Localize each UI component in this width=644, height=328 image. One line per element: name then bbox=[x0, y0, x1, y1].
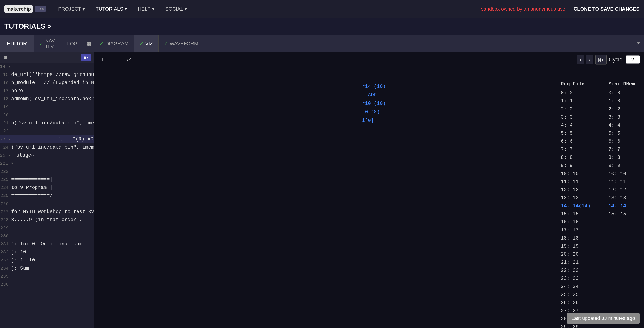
reg-file-row: 3: 3 bbox=[561, 113, 590, 121]
expand-button[interactable]: ⤢ bbox=[124, 55, 134, 64]
prev-cycle-button[interactable]: ‹ bbox=[577, 55, 584, 64]
line-content: ): Sum bbox=[11, 264, 94, 273]
line-number: 223 bbox=[0, 176, 11, 184]
mini-dmem-row: 9: 9 bbox=[608, 162, 635, 170]
mem-tables: Reg File0: 01: 12: 23: 34: 45: 56: 67: 7… bbox=[561, 80, 635, 328]
line-number: 229 bbox=[0, 224, 11, 232]
maximize-icon[interactable]: ⊡ bbox=[633, 40, 644, 47]
line-number: 222 bbox=[0, 168, 11, 176]
line-number: 224 bbox=[0, 184, 11, 192]
nav-items: PROJECT ▾ TUTORIALS ▾ HELP ▾ SOCIAL ▾ bbox=[53, 0, 192, 18]
code-line: 18admemh("sv_url_inc/data.hex", bbox=[0, 95, 94, 103]
code-line: 232): 10 bbox=[0, 248, 94, 256]
cycle-controls: ‹ › ⏮ Cycle: bbox=[577, 55, 640, 64]
reg-file-row: 15: 15 bbox=[561, 210, 590, 218]
split-icon[interactable]: ▦ bbox=[83, 40, 94, 47]
help-menu[interactable]: HELP ▾ bbox=[132, 0, 160, 18]
code-line: 233): 1..10 bbox=[0, 256, 94, 264]
toolbar-btn-1[interactable]: ⊞ bbox=[2, 54, 8, 61]
right-tab-area: ✓ DIAGRAM ✓ VIZ ✓ WAVEFORM ⊡ bbox=[94, 35, 644, 52]
code-line: 229 bbox=[0, 224, 94, 232]
code-line: 227for MYTH Workshop to test RV32I bbox=[0, 208, 94, 216]
mini-dmem-column: Mini DMem0: 01: 02: 23: 34: 45: 56: 67: … bbox=[608, 80, 635, 328]
viz-diagram-line: r0 (0) bbox=[362, 108, 386, 116]
zoom-out-button[interactable]: − bbox=[112, 55, 120, 64]
reg-file-row: 23: 23 bbox=[561, 275, 590, 283]
line-content: admemh("sv_url_inc/data.hex", bbox=[11, 95, 94, 103]
viz-diagram-line: = ADD bbox=[362, 91, 386, 99]
viz-toolbar: + − ⤢ ‹ › ⏮ Cycle: bbox=[94, 52, 644, 67]
log-tab[interactable]: LOG bbox=[62, 35, 83, 52]
logo-area: makerchip beta bbox=[4, 5, 46, 13]
code-line: 21b("sv_url_inc/data.bin", imemory.m bbox=[0, 119, 94, 127]
code-line: 230 bbox=[0, 232, 94, 240]
reg-file-row: 6: 6 bbox=[561, 138, 590, 146]
viz-area: r14 (10)= ADD r10 (10) r0 (0) i[0] Reg F… bbox=[94, 67, 644, 328]
zoom-in-button[interactable]: + bbox=[99, 55, 107, 64]
nav-right: sandbox owned by an anonymous user CLONE… bbox=[481, 6, 640, 12]
diagram-tab[interactable]: ✓ DIAGRAM bbox=[94, 35, 134, 52]
tutorials-breadcrumb[interactable]: TUTORIALS > bbox=[4, 22, 52, 30]
line-content: 3,...,9 (in that order). bbox=[11, 216, 94, 224]
line-number: 23 ▸ bbox=[0, 135, 14, 143]
line-number: 17 bbox=[0, 87, 11, 95]
code-line: 25 ▸_stage↔ bbox=[0, 151, 94, 160]
line-number: 21 bbox=[0, 119, 11, 127]
reg-file-row: 9: 9 bbox=[561, 162, 590, 170]
code-area[interactable]: 14 ▾15de_url(['https://raw.githubu16p_mo… bbox=[0, 63, 94, 328]
mini-dmem-header: Mini DMem bbox=[608, 80, 635, 88]
line-number: 227 bbox=[0, 208, 11, 216]
line-number: 236 bbox=[0, 281, 11, 289]
reg-file-row: 29: 29 bbox=[561, 323, 590, 328]
code-line: 20 bbox=[0, 111, 94, 119]
clone-button[interactable]: CLONE TO SAVE CHANGES bbox=[574, 6, 640, 12]
first-cycle-button[interactable]: ⏮ bbox=[595, 55, 606, 64]
tutorials-menu[interactable]: TUTORIALS ▾ bbox=[90, 0, 132, 18]
line-content: =============| bbox=[11, 176, 94, 184]
reg-file-row: 22: 22 bbox=[561, 267, 590, 275]
next-cycle-button[interactable]: › bbox=[586, 55, 593, 64]
viz-diagram-line: r10 (10) bbox=[362, 99, 386, 108]
logo[interactable]: makerchip bbox=[4, 5, 33, 13]
line-content: _stage↔ bbox=[14, 151, 94, 160]
social-menu[interactable]: SOCIAL ▾ bbox=[160, 0, 192, 18]
code-line: 22 bbox=[0, 127, 94, 135]
line-number: 228 bbox=[0, 216, 11, 224]
reg-file-row: 19: 19 bbox=[561, 242, 590, 251]
reg-file-row: 25: 25 bbox=[561, 291, 590, 299]
reg-file-row: 11: 11 bbox=[561, 178, 590, 186]
reg-file-row: 20: 20 bbox=[561, 251, 590, 259]
editor-tab-area: EDITOR ✓ NAV-TLV LOG ▦ bbox=[0, 35, 94, 52]
project-menu[interactable]: PROJECT ▾ bbox=[53, 0, 90, 18]
mini-dmem-row: 4: 4 bbox=[608, 121, 635, 129]
waveform-tab[interactable]: ✓ WAVEFORM bbox=[158, 35, 204, 52]
cycle-label: Cycle: bbox=[609, 56, 624, 63]
line-number: 225 bbox=[0, 192, 11, 200]
reg-file-row: 14: 14(14) bbox=[561, 202, 590, 210]
viz-check: ✓ bbox=[140, 41, 144, 47]
line-content: ("sv_url_inc/data.bin", imemory.me bbox=[11, 143, 94, 151]
editor-tab[interactable]: EDITOR bbox=[0, 35, 34, 52]
cycle-input[interactable] bbox=[626, 55, 640, 64]
sandbox-text: sandbox owned by an anonymous user bbox=[481, 6, 567, 12]
reg-file-row: 24: 24 bbox=[561, 283, 590, 291]
code-line: 235 bbox=[0, 273, 94, 281]
right-panel: + − ⤢ ‹ › ⏮ Cycle: r14 (10)= ADD r10 (10… bbox=[94, 52, 644, 328]
line-number: 24 bbox=[0, 143, 11, 151]
viz-label: VIZ bbox=[145, 41, 153, 47]
main-layout: ⊞ E▾ 14 ▾15de_url(['https://raw.githubu1… bbox=[0, 52, 644, 328]
line-content: ", "(R) ADD r14 bbox=[14, 135, 94, 143]
line-number: 233 bbox=[0, 256, 11, 264]
nav-tlv-tab[interactable]: ✓ NAV-TLV bbox=[34, 35, 62, 52]
line-content: for MYTH Workshop to test RV32I bbox=[11, 208, 94, 216]
mini-dmem-row: 11: 11 bbox=[608, 178, 635, 186]
reg-file-header: Reg File bbox=[561, 80, 590, 88]
viz-tab[interactable]: ✓ VIZ bbox=[134, 35, 158, 52]
mini-dmem-row: 14: 14 bbox=[608, 202, 635, 210]
tutorials-bar: TUTORIALS > bbox=[0, 18, 644, 35]
reg-file-row: 10: 10 bbox=[561, 170, 590, 178]
mini-dmem-row: 10: 10 bbox=[608, 170, 635, 178]
reg-file-row: 16: 16 bbox=[561, 218, 590, 226]
e-dropdown-button[interactable]: E▾ bbox=[81, 54, 92, 61]
code-line: 15de_url(['https://raw.githubu bbox=[0, 71, 94, 79]
